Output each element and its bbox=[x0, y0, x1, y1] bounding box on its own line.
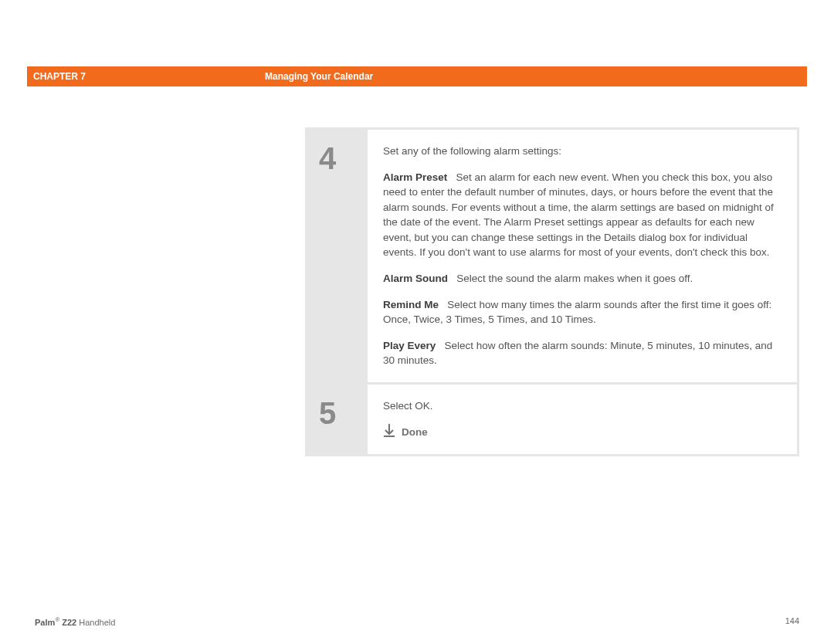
step-body: Set any of the following alarm settings:… bbox=[368, 130, 797, 382]
step-number: 4 bbox=[307, 130, 368, 382]
step-row: 5 Select OK. Done bbox=[307, 385, 797, 455]
header-bar: CHAPTER 7 Managing Your Calendar bbox=[27, 66, 807, 86]
setting-label: Remind Me bbox=[383, 299, 439, 310]
setting-label: Alarm Preset bbox=[383, 171, 447, 183]
step-row: 4 Set any of the following alarm setting… bbox=[307, 130, 797, 385]
product-name: Palm® Z22 Handheld bbox=[35, 616, 115, 627]
setting-label: Alarm Sound bbox=[383, 273, 448, 284]
setting-desc: Set an alarm for each new event. When yo… bbox=[383, 171, 774, 259]
done-indicator: Done bbox=[383, 424, 781, 440]
page-title: Managing Your Calendar bbox=[265, 71, 807, 82]
arrow-down-stop-icon bbox=[383, 424, 395, 440]
setting-desc: Select the sound the alarm makes when it… bbox=[456, 273, 693, 284]
page-footer: Palm® Z22 Handheld 144 bbox=[35, 616, 799, 627]
chapter-label: CHAPTER 7 bbox=[27, 71, 265, 82]
step-body: Select OK. Done bbox=[368, 385, 797, 455]
step-intro: Select OK. bbox=[383, 398, 781, 414]
page-number: 144 bbox=[785, 616, 799, 627]
setting-item: Alarm Sound Select the sound the alarm m… bbox=[383, 271, 781, 286]
setting-label: Play Every bbox=[383, 340, 436, 351]
setting-item: Remind Me Select how many times the alar… bbox=[383, 297, 781, 327]
setting-item: Play Every Select how often the alarm so… bbox=[383, 338, 781, 368]
done-label: Done bbox=[402, 425, 428, 440]
setting-desc: Select how often the alarm sounds: Minut… bbox=[383, 340, 772, 367]
step-number: 5 bbox=[307, 385, 368, 455]
steps-panel: 4 Set any of the following alarm setting… bbox=[305, 127, 799, 456]
setting-item: Alarm Preset Set an alarm for each new e… bbox=[383, 170, 781, 260]
step-intro: Set any of the following alarm settings: bbox=[383, 144, 781, 159]
setting-desc: Select how many times the alarm sounds a… bbox=[383, 299, 771, 326]
